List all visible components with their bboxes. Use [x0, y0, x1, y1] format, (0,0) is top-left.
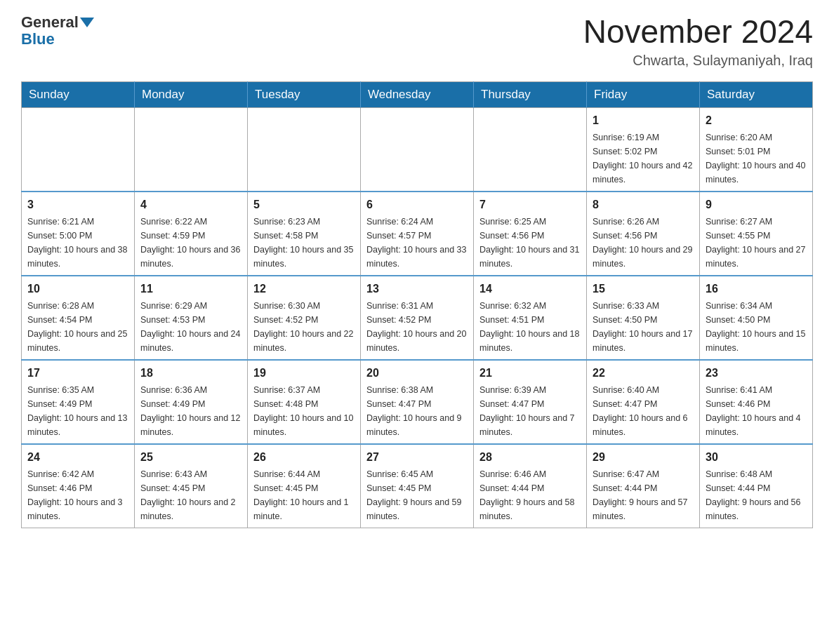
calendar-table: SundayMondayTuesdayWednesdayThursdayFrid… [21, 81, 813, 528]
day-number: 10 [27, 281, 128, 297]
calendar-cell: 17Sunrise: 6:35 AMSunset: 4:49 PMDayligh… [22, 360, 135, 444]
day-info: Sunrise: 6:31 AMSunset: 4:52 PMDaylight:… [366, 299, 468, 355]
calendar-cell: 2Sunrise: 6:20 AMSunset: 5:01 PMDaylight… [700, 107, 813, 192]
calendar-cell: 7Sunrise: 6:25 AMSunset: 4:56 PMDaylight… [474, 192, 587, 276]
column-header-monday: Monday [135, 81, 248, 107]
day-info: Sunrise: 6:39 AMSunset: 4:47 PMDaylight:… [479, 383, 581, 439]
day-info: Sunrise: 6:20 AMSunset: 5:01 PMDaylight:… [706, 130, 807, 187]
day-number: 20 [366, 365, 468, 382]
calendar-cell: 11Sunrise: 6:29 AMSunset: 4:53 PMDayligh… [135, 276, 248, 360]
month-title: November 2024 [583, 14, 813, 50]
calendar-cell: 27Sunrise: 6:45 AMSunset: 4:45 PMDayligh… [361, 444, 474, 528]
day-info: Sunrise: 6:38 AMSunset: 4:47 PMDaylight:… [366, 383, 468, 439]
location: Chwarta, Sulaymaniyah, Iraq [583, 53, 813, 69]
day-info: Sunrise: 6:35 AMSunset: 4:49 PMDaylight:… [27, 383, 128, 439]
logo-general-text: General [21, 14, 79, 31]
day-info: Sunrise: 6:23 AMSunset: 4:58 PMDaylight:… [253, 215, 355, 271]
column-header-saturday: Saturday [700, 81, 813, 107]
day-number: 17 [27, 365, 128, 382]
day-number: 9 [706, 196, 807, 213]
day-number: 8 [593, 196, 694, 213]
day-info: Sunrise: 6:28 AMSunset: 4:54 PMDaylight:… [27, 299, 128, 355]
day-number: 28 [479, 449, 581, 466]
calendar-cell: 16Sunrise: 6:34 AMSunset: 4:50 PMDayligh… [700, 276, 813, 360]
day-number: 30 [706, 449, 807, 466]
day-number: 18 [140, 365, 241, 382]
calendar-cell: 20Sunrise: 6:38 AMSunset: 4:47 PMDayligh… [361, 360, 474, 444]
calendar-cell: 25Sunrise: 6:43 AMSunset: 4:45 PMDayligh… [135, 444, 248, 528]
column-header-friday: Friday [587, 81, 700, 107]
calendar-week-row: 1Sunrise: 6:19 AMSunset: 5:02 PMDaylight… [22, 107, 813, 192]
day-info: Sunrise: 6:32 AMSunset: 4:51 PMDaylight:… [479, 299, 581, 355]
day-info: Sunrise: 6:41 AMSunset: 4:46 PMDaylight:… [706, 383, 807, 439]
calendar-cell: 10Sunrise: 6:28 AMSunset: 4:54 PMDayligh… [22, 276, 135, 360]
day-info: Sunrise: 6:19 AMSunset: 5:02 PMDaylight:… [593, 130, 694, 187]
day-number: 22 [593, 365, 694, 382]
day-info: Sunrise: 6:22 AMSunset: 4:59 PMDaylight:… [140, 215, 241, 271]
day-number: 11 [140, 281, 241, 297]
calendar-cell [135, 107, 248, 192]
day-info: Sunrise: 6:34 AMSunset: 4:50 PMDaylight:… [706, 299, 807, 355]
calendar-cell: 28Sunrise: 6:46 AMSunset: 4:44 PMDayligh… [474, 444, 587, 528]
day-number: 13 [366, 281, 468, 297]
calendar-cell: 14Sunrise: 6:32 AMSunset: 4:51 PMDayligh… [474, 276, 587, 360]
calendar-cell: 15Sunrise: 6:33 AMSunset: 4:50 PMDayligh… [587, 276, 700, 360]
column-header-tuesday: Tuesday [248, 81, 361, 107]
day-info: Sunrise: 6:33 AMSunset: 4:50 PMDaylight:… [593, 299, 694, 355]
logo-blue-text: Blue [21, 30, 55, 48]
calendar-cell [474, 107, 587, 192]
calendar-cell: 13Sunrise: 6:31 AMSunset: 4:52 PMDayligh… [361, 276, 474, 360]
day-info: Sunrise: 6:21 AMSunset: 5:00 PMDaylight:… [27, 215, 128, 271]
day-number: 25 [140, 449, 241, 466]
calendar-cell: 9Sunrise: 6:27 AMSunset: 4:55 PMDaylight… [700, 192, 813, 276]
calendar-cell: 1Sunrise: 6:19 AMSunset: 5:02 PMDaylight… [587, 107, 700, 192]
calendar-week-row: 17Sunrise: 6:35 AMSunset: 4:49 PMDayligh… [22, 360, 813, 444]
calendar-cell: 19Sunrise: 6:37 AMSunset: 4:48 PMDayligh… [248, 360, 361, 444]
calendar-cell: 22Sunrise: 6:40 AMSunset: 4:47 PMDayligh… [587, 360, 700, 444]
day-info: Sunrise: 6:27 AMSunset: 4:55 PMDaylight:… [706, 215, 807, 271]
day-number: 12 [253, 281, 355, 297]
day-info: Sunrise: 6:37 AMSunset: 4:48 PMDaylight:… [253, 383, 355, 439]
day-info: Sunrise: 6:47 AMSunset: 4:44 PMDaylight:… [593, 467, 694, 523]
day-info: Sunrise: 6:26 AMSunset: 4:56 PMDaylight:… [593, 215, 694, 271]
day-info: Sunrise: 6:44 AMSunset: 4:45 PMDaylight:… [253, 467, 355, 523]
day-number: 3 [27, 196, 128, 213]
page-header: General Blue November 2024 Chwarta, Sula… [21, 14, 813, 69]
calendar-cell: 3Sunrise: 6:21 AMSunset: 5:00 PMDaylight… [22, 192, 135, 276]
calendar-cell: 24Sunrise: 6:42 AMSunset: 4:46 PMDayligh… [22, 444, 135, 528]
day-info: Sunrise: 6:46 AMSunset: 4:44 PMDaylight:… [479, 467, 581, 523]
calendar-week-row: 24Sunrise: 6:42 AMSunset: 4:46 PMDayligh… [22, 444, 813, 528]
day-info: Sunrise: 6:40 AMSunset: 4:47 PMDaylight:… [593, 383, 694, 439]
day-info: Sunrise: 6:48 AMSunset: 4:44 PMDaylight:… [706, 467, 807, 523]
logo-triangle-icon [80, 18, 94, 27]
calendar-cell: 29Sunrise: 6:47 AMSunset: 4:44 PMDayligh… [587, 444, 700, 528]
title-block: November 2024 Chwarta, Sulaymaniyah, Ira… [583, 14, 813, 69]
calendar-cell: 18Sunrise: 6:36 AMSunset: 4:49 PMDayligh… [135, 360, 248, 444]
calendar-cell: 4Sunrise: 6:22 AMSunset: 4:59 PMDaylight… [135, 192, 248, 276]
calendar-cell [22, 107, 135, 192]
day-info: Sunrise: 6:36 AMSunset: 4:49 PMDaylight:… [140, 383, 241, 439]
day-info: Sunrise: 6:43 AMSunset: 4:45 PMDaylight:… [140, 467, 241, 523]
calendar-cell: 8Sunrise: 6:26 AMSunset: 4:56 PMDaylight… [587, 192, 700, 276]
day-info: Sunrise: 6:25 AMSunset: 4:56 PMDaylight:… [479, 215, 581, 271]
calendar-cell: 12Sunrise: 6:30 AMSunset: 4:52 PMDayligh… [248, 276, 361, 360]
calendar-week-row: 10Sunrise: 6:28 AMSunset: 4:54 PMDayligh… [22, 276, 813, 360]
day-number: 29 [593, 449, 694, 466]
day-number: 16 [706, 281, 807, 297]
day-number: 14 [479, 281, 581, 297]
calendar-cell: 21Sunrise: 6:39 AMSunset: 4:47 PMDayligh… [474, 360, 587, 444]
column-header-sunday: Sunday [22, 81, 135, 107]
day-number: 7 [479, 196, 581, 213]
calendar-cell: 6Sunrise: 6:24 AMSunset: 4:57 PMDaylight… [361, 192, 474, 276]
day-number: 24 [27, 449, 128, 466]
day-number: 1 [593, 112, 694, 129]
day-number: 15 [593, 281, 694, 297]
day-number: 4 [140, 196, 241, 213]
calendar-cell: 26Sunrise: 6:44 AMSunset: 4:45 PMDayligh… [248, 444, 361, 528]
calendar-cell [248, 107, 361, 192]
day-number: 2 [706, 112, 807, 129]
day-number: 6 [366, 196, 468, 213]
day-number: 5 [253, 196, 355, 213]
day-number: 26 [253, 449, 355, 466]
day-number: 27 [366, 449, 468, 466]
